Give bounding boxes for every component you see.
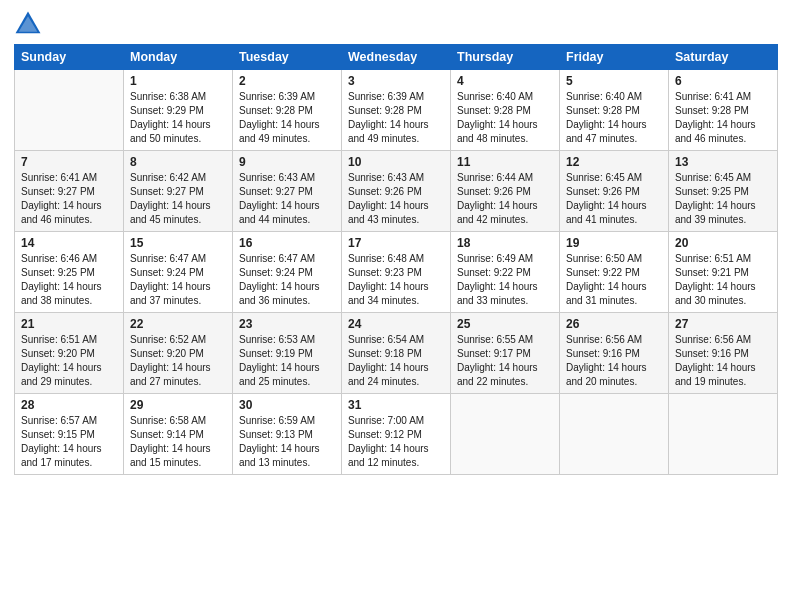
cell-info: Sunrise: 6:57 AMSunset: 9:15 PMDaylight:…: [21, 414, 117, 470]
calendar-cell: 16Sunrise: 6:47 AMSunset: 9:24 PMDayligh…: [233, 232, 342, 313]
day-number: 10: [348, 155, 444, 169]
calendar-cell: 31Sunrise: 7:00 AMSunset: 9:12 PMDayligh…: [342, 394, 451, 475]
cell-info: Sunrise: 6:58 AMSunset: 9:14 PMDaylight:…: [130, 414, 226, 470]
calendar-cell: 26Sunrise: 6:56 AMSunset: 9:16 PMDayligh…: [560, 313, 669, 394]
day-number: 30: [239, 398, 335, 412]
day-number: 31: [348, 398, 444, 412]
calendar-cell: 8Sunrise: 6:42 AMSunset: 9:27 PMDaylight…: [124, 151, 233, 232]
day-number: 1: [130, 74, 226, 88]
cell-info: Sunrise: 6:45 AMSunset: 9:25 PMDaylight:…: [675, 171, 771, 227]
day-number: 18: [457, 236, 553, 250]
cell-info: Sunrise: 6:59 AMSunset: 9:13 PMDaylight:…: [239, 414, 335, 470]
calendar-cell: [560, 394, 669, 475]
cell-info: Sunrise: 6:47 AMSunset: 9:24 PMDaylight:…: [239, 252, 335, 308]
cell-info: Sunrise: 6:51 AMSunset: 9:20 PMDaylight:…: [21, 333, 117, 389]
day-number: 16: [239, 236, 335, 250]
calendar-cell: 6Sunrise: 6:41 AMSunset: 9:28 PMDaylight…: [669, 70, 778, 151]
calendar-cell: [451, 394, 560, 475]
calendar-cell: 9Sunrise: 6:43 AMSunset: 9:27 PMDaylight…: [233, 151, 342, 232]
calendar-cell: 4Sunrise: 6:40 AMSunset: 9:28 PMDaylight…: [451, 70, 560, 151]
cell-info: Sunrise: 6:56 AMSunset: 9:16 PMDaylight:…: [675, 333, 771, 389]
cell-info: Sunrise: 6:43 AMSunset: 9:26 PMDaylight:…: [348, 171, 444, 227]
cell-info: Sunrise: 6:50 AMSunset: 9:22 PMDaylight:…: [566, 252, 662, 308]
cell-info: Sunrise: 6:41 AMSunset: 9:27 PMDaylight:…: [21, 171, 117, 227]
cell-info: Sunrise: 6:52 AMSunset: 9:20 PMDaylight:…: [130, 333, 226, 389]
logo-icon: [14, 10, 42, 38]
day-number: 20: [675, 236, 771, 250]
weekday-header-sunday: Sunday: [15, 45, 124, 70]
day-number: 2: [239, 74, 335, 88]
page-container: SundayMondayTuesdayWednesdayThursdayFrid…: [0, 0, 792, 612]
day-number: 8: [130, 155, 226, 169]
cell-info: Sunrise: 6:38 AMSunset: 9:29 PMDaylight:…: [130, 90, 226, 146]
calendar-cell: 28Sunrise: 6:57 AMSunset: 9:15 PMDayligh…: [15, 394, 124, 475]
calendar-cell: 11Sunrise: 6:44 AMSunset: 9:26 PMDayligh…: [451, 151, 560, 232]
calendar-cell: 20Sunrise: 6:51 AMSunset: 9:21 PMDayligh…: [669, 232, 778, 313]
week-row-2: 7Sunrise: 6:41 AMSunset: 9:27 PMDaylight…: [15, 151, 778, 232]
weekday-header-tuesday: Tuesday: [233, 45, 342, 70]
weekday-header-saturday: Saturday: [669, 45, 778, 70]
cell-info: Sunrise: 6:55 AMSunset: 9:17 PMDaylight:…: [457, 333, 553, 389]
day-number: 13: [675, 155, 771, 169]
calendar-table: SundayMondayTuesdayWednesdayThursdayFrid…: [14, 44, 778, 475]
day-number: 29: [130, 398, 226, 412]
calendar-cell: 3Sunrise: 6:39 AMSunset: 9:28 PMDaylight…: [342, 70, 451, 151]
calendar-cell: 12Sunrise: 6:45 AMSunset: 9:26 PMDayligh…: [560, 151, 669, 232]
calendar-cell: 24Sunrise: 6:54 AMSunset: 9:18 PMDayligh…: [342, 313, 451, 394]
day-number: 17: [348, 236, 444, 250]
cell-info: Sunrise: 6:56 AMSunset: 9:16 PMDaylight:…: [566, 333, 662, 389]
day-number: 27: [675, 317, 771, 331]
cell-info: Sunrise: 6:54 AMSunset: 9:18 PMDaylight:…: [348, 333, 444, 389]
calendar-cell: 7Sunrise: 6:41 AMSunset: 9:27 PMDaylight…: [15, 151, 124, 232]
cell-info: Sunrise: 6:51 AMSunset: 9:21 PMDaylight:…: [675, 252, 771, 308]
calendar-cell: 27Sunrise: 6:56 AMSunset: 9:16 PMDayligh…: [669, 313, 778, 394]
calendar-cell: 19Sunrise: 6:50 AMSunset: 9:22 PMDayligh…: [560, 232, 669, 313]
day-number: 22: [130, 317, 226, 331]
calendar-cell: 1Sunrise: 6:38 AMSunset: 9:29 PMDaylight…: [124, 70, 233, 151]
week-row-5: 28Sunrise: 6:57 AMSunset: 9:15 PMDayligh…: [15, 394, 778, 475]
calendar-cell: 23Sunrise: 6:53 AMSunset: 9:19 PMDayligh…: [233, 313, 342, 394]
day-number: 23: [239, 317, 335, 331]
weekday-header-monday: Monday: [124, 45, 233, 70]
day-number: 25: [457, 317, 553, 331]
calendar-cell: 14Sunrise: 6:46 AMSunset: 9:25 PMDayligh…: [15, 232, 124, 313]
calendar-cell: [15, 70, 124, 151]
calendar-cell: 21Sunrise: 6:51 AMSunset: 9:20 PMDayligh…: [15, 313, 124, 394]
day-number: 14: [21, 236, 117, 250]
cell-info: Sunrise: 6:40 AMSunset: 9:28 PMDaylight:…: [457, 90, 553, 146]
day-number: 24: [348, 317, 444, 331]
cell-info: Sunrise: 6:48 AMSunset: 9:23 PMDaylight:…: [348, 252, 444, 308]
weekday-header-friday: Friday: [560, 45, 669, 70]
week-row-4: 21Sunrise: 6:51 AMSunset: 9:20 PMDayligh…: [15, 313, 778, 394]
day-number: 3: [348, 74, 444, 88]
cell-info: Sunrise: 6:45 AMSunset: 9:26 PMDaylight:…: [566, 171, 662, 227]
cell-info: Sunrise: 6:39 AMSunset: 9:28 PMDaylight:…: [239, 90, 335, 146]
cell-info: Sunrise: 6:46 AMSunset: 9:25 PMDaylight:…: [21, 252, 117, 308]
day-number: 12: [566, 155, 662, 169]
week-row-1: 1Sunrise: 6:38 AMSunset: 9:29 PMDaylight…: [15, 70, 778, 151]
calendar-cell: 25Sunrise: 6:55 AMSunset: 9:17 PMDayligh…: [451, 313, 560, 394]
weekday-header-thursday: Thursday: [451, 45, 560, 70]
calendar-cell: 17Sunrise: 6:48 AMSunset: 9:23 PMDayligh…: [342, 232, 451, 313]
day-number: 15: [130, 236, 226, 250]
cell-info: Sunrise: 6:43 AMSunset: 9:27 PMDaylight:…: [239, 171, 335, 227]
logo: [14, 10, 46, 38]
day-number: 5: [566, 74, 662, 88]
calendar-cell: 30Sunrise: 6:59 AMSunset: 9:13 PMDayligh…: [233, 394, 342, 475]
day-number: 19: [566, 236, 662, 250]
day-number: 9: [239, 155, 335, 169]
cell-info: Sunrise: 6:53 AMSunset: 9:19 PMDaylight:…: [239, 333, 335, 389]
day-number: 21: [21, 317, 117, 331]
cell-info: Sunrise: 6:41 AMSunset: 9:28 PMDaylight:…: [675, 90, 771, 146]
day-number: 6: [675, 74, 771, 88]
calendar-cell: 5Sunrise: 6:40 AMSunset: 9:28 PMDaylight…: [560, 70, 669, 151]
header: [14, 10, 778, 38]
day-number: 28: [21, 398, 117, 412]
day-number: 11: [457, 155, 553, 169]
cell-info: Sunrise: 6:47 AMSunset: 9:24 PMDaylight:…: [130, 252, 226, 308]
calendar-cell: 22Sunrise: 6:52 AMSunset: 9:20 PMDayligh…: [124, 313, 233, 394]
cell-info: Sunrise: 6:42 AMSunset: 9:27 PMDaylight:…: [130, 171, 226, 227]
cell-info: Sunrise: 6:40 AMSunset: 9:28 PMDaylight:…: [566, 90, 662, 146]
cell-info: Sunrise: 6:39 AMSunset: 9:28 PMDaylight:…: [348, 90, 444, 146]
weekday-header-wednesday: Wednesday: [342, 45, 451, 70]
